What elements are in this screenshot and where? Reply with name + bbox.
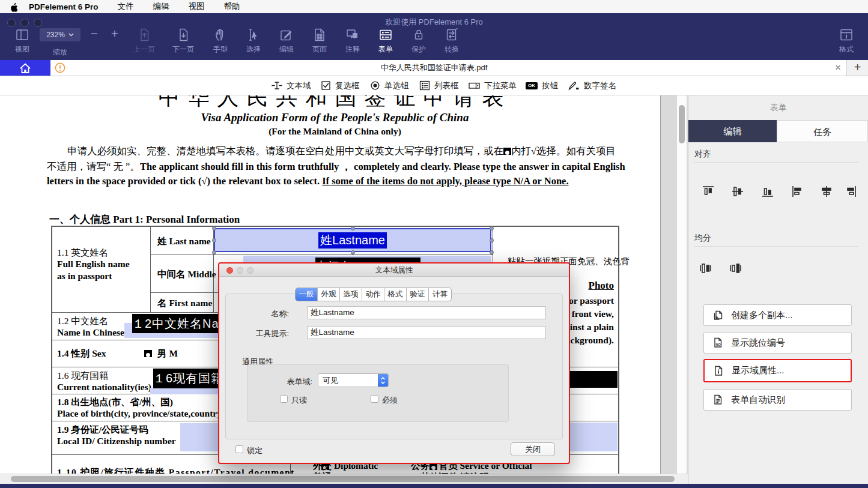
selection-handle[interactable] <box>351 226 355 230</box>
lastname-cell-label: 姓 Last name <box>157 235 211 248</box>
form-sidebar: 表单 编辑 任务 对齐 均分 创建多个副本... NO 显示跳位编号 显示域属性… <box>688 95 868 484</box>
convert-tool-button[interactable]: 转换 <box>434 27 469 55</box>
readonly-label: 只读 <box>291 395 307 406</box>
macos-menubar: PDFelement 6 Pro 文件 编辑 视图 帮助 <box>0 0 868 13</box>
row16-label-cn: 1.6 现有国籍 <box>57 370 108 382</box>
dropdown-tool[interactable]: 下拉菜单 <box>469 76 517 95</box>
align-bottom-button[interactable] <box>760 184 775 199</box>
distribute-horizontal-button[interactable] <box>698 261 712 276</box>
row14-label: 1.4 性别 Sex <box>57 348 106 360</box>
dialog-tab-general[interactable]: 一般 <box>296 288 318 301</box>
doc-intro-line2: 不适用，请写“ 无 ”。The applicant should fill in… <box>47 160 625 173</box>
checkbox-tool[interactable]: 复选框 <box>321 76 360 95</box>
dialog-tab-options[interactable]: 选项 <box>340 288 362 301</box>
form-tool-button[interactable]: 表单 <box>368 27 403 55</box>
align-top-button[interactable] <box>701 184 715 199</box>
dialog-tab-format[interactable]: 格式 <box>384 288 407 301</box>
lock-icon <box>411 27 426 43</box>
distribute-vertical-button[interactable] <box>728 261 742 276</box>
dialog-tab-appearance[interactable]: 外观 <box>318 288 340 301</box>
male-checkbox-icon[interactable] <box>144 350 152 357</box>
nationality-form-field[interactable] <box>150 388 218 394</box>
required-checkbox[interactable] <box>371 395 378 403</box>
text-field-icon <box>272 80 282 91</box>
dialog-tab-actions[interactable]: 动作 <box>362 288 384 301</box>
form-recognition-page-icon <box>712 394 724 406</box>
close-tab-button[interactable]: × <box>830 60 846 76</box>
create-multiple-copies-button[interactable]: 创建多个副本... <box>703 304 852 326</box>
align-vertical-center-button[interactable] <box>730 184 745 199</box>
vertical-scrollbar-thumb[interactable] <box>679 105 685 143</box>
sidebar-title: 表单 <box>688 103 868 113</box>
menu-view[interactable]: 视图 <box>189 1 205 12</box>
zoom-level-select[interactable]: 232% <box>40 28 80 41</box>
selection-handle[interactable] <box>212 238 216 242</box>
align-right-button[interactable] <box>843 184 858 199</box>
selection-handle[interactable] <box>490 250 494 255</box>
edit-pencil-icon <box>279 27 294 43</box>
app-window: PDFelement 6 Pro 文件 编辑 视图 帮助 欢迎使用 PDFele… <box>0 0 868 488</box>
zoom-in-button[interactable]: + <box>107 26 123 41</box>
doc-title-en: Visa Application Form of the People's Re… <box>51 111 619 124</box>
selection-handle[interactable] <box>351 250 355 255</box>
divider <box>694 162 858 163</box>
protect-tool-button[interactable]: 保护 <box>401 27 436 55</box>
align-horizontal-center-button[interactable] <box>819 184 834 199</box>
horizontal-scrollbar[interactable] <box>0 474 688 484</box>
page-tool-button[interactable]: 页面 <box>302 27 337 55</box>
vertical-scrollbar[interactable] <box>676 95 687 474</box>
format-panel-button[interactable]: 格式 <box>829 27 864 55</box>
row11-label-cn: 1.1 英文姓名 <box>57 247 108 259</box>
selection-handle[interactable] <box>490 238 494 242</box>
view-columns-icon <box>14 27 30 43</box>
menu-help[interactable]: 帮助 <box>224 1 240 12</box>
radio-button-tool[interactable]: 单选钮 <box>370 76 409 95</box>
doc-subtitle-en: (For the Mainland of China only) <box>51 126 619 137</box>
show-field-properties-button[interactable]: 显示域属性... <box>703 359 852 382</box>
cursor-select-icon <box>246 27 261 43</box>
menu-file[interactable]: 文件 <box>118 1 134 12</box>
zoom-out-button[interactable]: − <box>86 26 102 41</box>
selection-handle[interactable] <box>490 226 494 230</box>
app-menu-title[interactable]: PDFelement 6 Pro <box>29 2 99 11</box>
comment-tool-button[interactable]: 注释 <box>335 27 370 55</box>
new-tab-button[interactable]: + <box>846 60 868 76</box>
row19-label-en: Local ID/ Citizenship number <box>57 436 176 447</box>
view-mode-button[interactable]: 视图 <box>5 27 40 55</box>
radio-button-icon <box>370 80 380 91</box>
select-tool-button[interactable]: 选择 <box>236 27 271 55</box>
sidebar-tab-edit[interactable]: 编辑 <box>688 120 777 142</box>
dialog-tab-validate[interactable]: 验证 <box>407 288 429 301</box>
dialog-close-action-button[interactable]: 关闭 <box>511 442 555 456</box>
lock-checkbox[interactable] <box>235 445 243 453</box>
form-field-visibility-select[interactable]: 可见 <box>318 373 389 387</box>
selection-handle[interactable] <box>212 226 216 230</box>
tooltip-input[interactable] <box>307 326 546 339</box>
hand-tool-button[interactable]: 手型 <box>203 27 238 55</box>
readonly-checkbox[interactable] <box>280 395 288 403</box>
next-page-button[interactable]: 下一页 <box>166 27 201 55</box>
chevron-down-icon <box>68 33 74 37</box>
edit-tool-button[interactable]: 编辑 <box>269 27 304 55</box>
list-box-tool[interactable]: 列表框 <box>419 76 459 95</box>
page-grid-icon <box>312 27 327 43</box>
show-tab-numbers-button[interactable]: NO 显示跳位编号 <box>703 332 852 354</box>
text-field-tool[interactable]: 文本域 <box>272 76 311 95</box>
name-input[interactable] <box>307 306 546 319</box>
doc-intro-line1: 申请人必须如实、完整、清楚地填写本表格。请逐项在空白处用中文或英文大写字母打印填… <box>67 145 616 158</box>
distribute-section-label: 均分 <box>694 233 711 244</box>
menu-edit[interactable]: 编辑 <box>153 1 169 12</box>
horizontal-scrollbar-thumb[interactable] <box>11 476 675 482</box>
previous-page-button[interactable]: 上一页 <box>127 27 162 55</box>
button-tool[interactable]: OK 按钮 <box>526 76 558 95</box>
apple-menu-icon[interactable] <box>10 2 18 12</box>
digital-signature-tool[interactable]: 数字签名 <box>568 76 616 95</box>
page-up-icon <box>136 27 152 43</box>
align-left-button[interactable] <box>791 184 805 199</box>
selection-handle[interactable] <box>212 250 216 255</box>
sidebar-tab-task[interactable]: 任务 <box>777 120 868 142</box>
dialog-tab-calculate[interactable]: 计算 <box>429 288 451 301</box>
visibility-selected-value: 可见 <box>318 375 378 386</box>
lastname-form-field[interactable]: 姓Lastname <box>214 228 491 252</box>
form-auto-recognition-button[interactable]: 表单自动识别 <box>703 389 852 411</box>
